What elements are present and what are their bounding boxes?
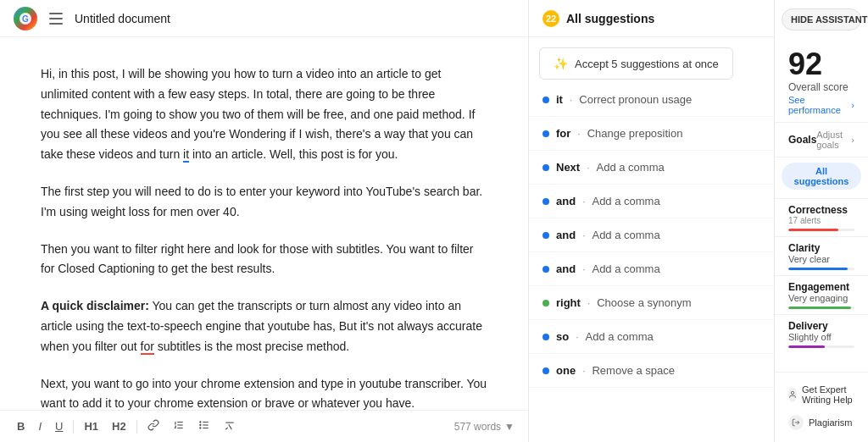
suggestion-sep-4: · [582, 229, 585, 241]
correctness-bar-container [788, 229, 854, 231]
suggestion-word-4: and [556, 229, 576, 241]
suggestion-item-0[interactable]: it · Correct pronoun usage [529, 83, 774, 117]
score-section: 92 Overall score See performance › [775, 39, 868, 122]
metric-clarity: Clarity Very clear [775, 236, 868, 275]
clarity-value: Very clear [788, 254, 854, 264]
suggestion-desc-6: Choose a synonym [597, 296, 691, 309]
italic-button[interactable]: I [35, 418, 45, 434]
svg-line-12 [228, 424, 231, 429]
suggestion-item-4[interactable]: and · Add a comma [529, 218, 774, 252]
see-performance-link[interactable]: See performance › [788, 95, 854, 115]
suggestion-sep-0: · [570, 94, 572, 106]
clear-format-button[interactable] [220, 417, 239, 435]
svg-point-8 [199, 422, 200, 423]
correctness-bar [788, 229, 838, 231]
engagement-bar-container [788, 307, 854, 309]
hamburger-menu[interactable] [46, 8, 66, 29]
engagement-value: Very engaging [788, 293, 854, 303]
suggestion-it: it [183, 147, 189, 163]
suggestions-title: All suggestions [566, 12, 654, 25]
suggestion-item-2[interactable]: Next · Add a comma [529, 151, 774, 185]
suggestion-desc-3: Add a comma [592, 195, 659, 207]
suggestion-desc-2: Add a comma [597, 161, 665, 174]
suggestion-dot-3 [542, 198, 549, 205]
suggestion-dot-2 [542, 164, 549, 171]
metric-delivery: Delivery Slightly off [775, 314, 868, 353]
suggestion-sep-5: · [582, 263, 585, 275]
bold-button[interactable]: B [14, 418, 28, 434]
suggestion-word-8: one [556, 364, 576, 377]
hide-assistant-button[interactable]: HIDE ASSISTANT [782, 8, 861, 30]
editor-panel: G Untitled document Hi, in this post, I … [0, 0, 529, 442]
suggestion-dot-6 [542, 300, 549, 307]
suggestion-word-1: for [556, 127, 570, 140]
unordered-list-button[interactable] [195, 417, 214, 435]
suggestion-desc-5: Add a comma [592, 262, 659, 275]
suggestion-item-1[interactable]: for · Change preposition [529, 117, 774, 151]
underline-button[interactable]: U [52, 418, 66, 434]
svg-point-10 [199, 428, 200, 428]
toolbar-divider-2 [136, 420, 137, 434]
suggestion-word-3: and [556, 195, 576, 207]
delivery-bar [788, 345, 825, 348]
suggestion-dot-0 [542, 97, 549, 103]
suggestion-desc-7: Add a comma [586, 330, 654, 343]
score-label: Overall score [788, 81, 854, 93]
paragraph-2: The first step you will need to do is to… [41, 182, 487, 223]
suggestion-item-8[interactable]: one · Remove a space [529, 354, 774, 388]
h2-button[interactable]: H2 [108, 418, 130, 434]
bottom-links: Get Expert Writing Help Plagiarism [775, 372, 868, 442]
svg-point-9 [199, 424, 200, 425]
right-sidebar: HIDE ASSISTANT 92 Overall score See perf… [775, 0, 868, 442]
suggestion-desc-8: Remove a space [592, 364, 675, 377]
clarity-bar-container [788, 268, 854, 270]
editor-toolbar: B I U H1 H2 577 words ▼ [0, 410, 528, 442]
suggestions-panel: 22 All suggestions ✨ Accept 5 suggestion… [529, 0, 775, 442]
doc-title: Untitled document [75, 12, 170, 25]
suggestion-item-7[interactable]: so · Add a comma [529, 320, 774, 354]
adjust-goals-link[interactable]: Adjust goals [816, 130, 851, 150]
metric-engagement: Engagement Very engaging [775, 275, 868, 314]
plagiarism-label: Plagiarism [809, 417, 852, 428]
suggestion-item-3[interactable]: and · Add a comma [529, 185, 774, 218]
suggestion-word-7: so [556, 330, 569, 343]
suggestion-item-6[interactable]: right · Choose a synonym [529, 286, 774, 320]
expert-writing-label: Get Expert Writing Help [802, 384, 854, 405]
paragraph-1: Hi, in this post, I will be showing you … [41, 64, 487, 165]
suggestion-word-0: it [556, 93, 563, 106]
editor-content[interactable]: Hi, in this post, I will be showing you … [0, 37, 528, 410]
expert-writing-link[interactable]: Get Expert Writing Help [788, 379, 854, 410]
h1-button[interactable]: H1 [81, 418, 102, 434]
paragraph-3: Then you want to filter right here and l… [41, 240, 487, 280]
all-suggestions-tab[interactable]: All suggestions [782, 163, 861, 190]
metric-correctness: Correctness 17 alerts [775, 198, 868, 236]
paragraph-4: A quick disclaimer: You can get the tran… [41, 296, 487, 356]
plagiarism-link[interactable]: Plagiarism [788, 410, 854, 435]
suggestion-dot-5 [542, 266, 549, 273]
expert-writing-icon [788, 387, 797, 402]
suggestion-word-5: and [556, 262, 576, 275]
suggestion-sep-2: · [587, 162, 589, 174]
correctness-value: 17 alerts [788, 216, 854, 225]
suggestion-dot-7 [542, 334, 549, 340]
suggestion-word-6: right [556, 296, 581, 309]
grammarly-logo: G [14, 7, 37, 30]
suggestions-header: 22 All suggestions [529, 0, 774, 37]
suggestion-sep-7: · [576, 331, 578, 343]
suggestion-sep-8: · [582, 365, 585, 377]
clarity-label: Clarity [788, 242, 854, 254]
accept-all-button[interactable]: ✨ Accept 5 suggestions at once [539, 47, 733, 80]
overall-score: 92 [788, 49, 854, 80]
suggestion-dot-1 [542, 130, 549, 137]
suggestions-list: ✨ Accept 5 suggestions at once it · Corr… [529, 37, 774, 442]
link-button[interactable] [144, 417, 163, 435]
ordered-list-button[interactable] [170, 417, 188, 435]
suggestion-sep-6: · [587, 297, 590, 309]
svg-text:G: G [22, 14, 29, 24]
engagement-label: Engagement [788, 281, 854, 293]
correctness-label: Correctness [788, 204, 854, 216]
engagement-bar [788, 307, 851, 309]
editor-topbar: G Untitled document [0, 0, 528, 37]
suggestion-desc-1: Change preposition [587, 127, 683, 140]
suggestion-item-5[interactable]: and · Add a comma [529, 252, 774, 286]
